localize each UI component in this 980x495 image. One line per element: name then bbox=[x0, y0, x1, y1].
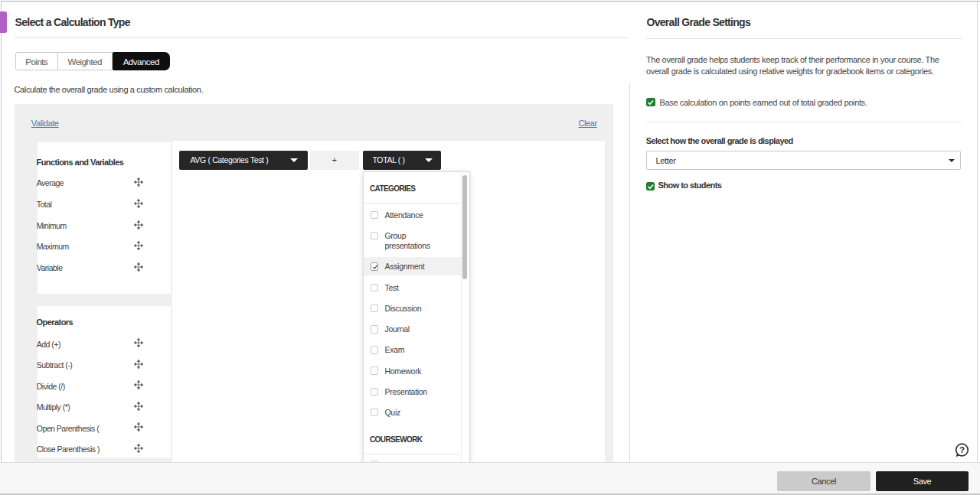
svg-text:?: ? bbox=[959, 445, 965, 454]
